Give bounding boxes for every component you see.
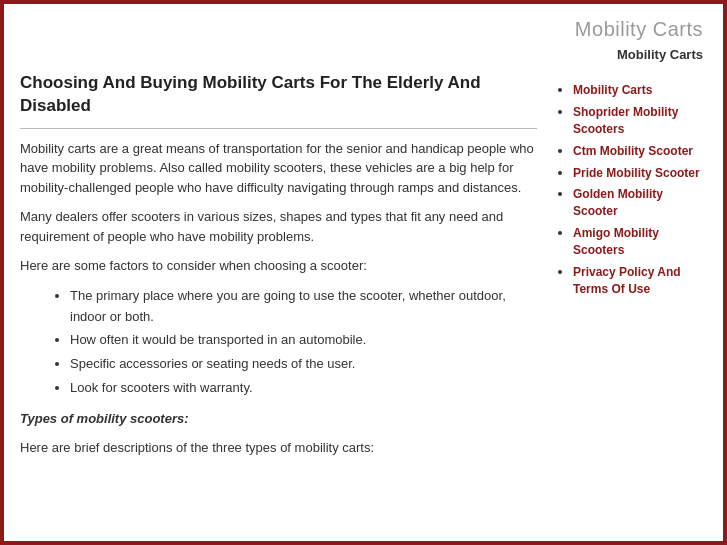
paragraph-3: Here are some factors to consider when c…: [20, 256, 537, 276]
sidebar-link[interactable]: Privacy Policy And Terms Of Use: [573, 265, 681, 296]
section-title: Types of mobility scooters:: [20, 409, 537, 429]
sidebar: Mobility Carts Shoprider Mobility Scoote…: [557, 72, 707, 468]
bullet-item: How often it would be transported in an …: [70, 330, 537, 351]
header-title: Mobility Carts: [575, 18, 703, 40]
sidebar-item-shoprider[interactable]: Shoprider Mobility Scooters: [573, 104, 707, 138]
sidebar-link[interactable]: Shoprider Mobility Scooters: [573, 105, 678, 136]
bullet-list: The primary place where you are going to…: [70, 286, 537, 399]
sidebar-item-pride[interactable]: Pride Mobility Scooter: [573, 165, 707, 182]
content-wrapper: Choosing And Buying Mobility Carts For T…: [4, 72, 723, 484]
closing-paragraph: Here are brief descriptions of the three…: [20, 438, 537, 458]
article-body: Mobility carts are a great means of tran…: [20, 139, 537, 458]
paragraph-2: Many dealers offer scooters in various s…: [20, 207, 537, 246]
bullet-item: The primary place where you are going to…: [70, 286, 537, 328]
sidebar-link[interactable]: Ctm Mobility Scooter: [573, 144, 693, 158]
subheader-title: Mobility Carts: [617, 47, 703, 62]
sidebar-link[interactable]: Pride Mobility Scooter: [573, 166, 700, 180]
sidebar-item-golden[interactable]: Golden Mobility Scooter: [573, 186, 707, 220]
sidebar-item-ctm[interactable]: Ctm Mobility Scooter: [573, 143, 707, 160]
divider: [20, 128, 537, 129]
sidebar-link[interactable]: Mobility Carts: [573, 83, 652, 97]
bullet-item: Specific accessories or seating needs of…: [70, 354, 537, 375]
bullet-item: Look for scooters with warranty.: [70, 378, 537, 399]
main-content: Choosing And Buying Mobility Carts For T…: [20, 72, 557, 468]
sidebar-item-mobility-carts[interactable]: Mobility Carts: [573, 82, 707, 99]
sidebar-item-amigo[interactable]: Amigo Mobility Scooters: [573, 225, 707, 259]
page-header: Mobility Carts: [4, 4, 723, 45]
sidebar-link[interactable]: Amigo Mobility Scooters: [573, 226, 659, 257]
sidebar-item-privacy[interactable]: Privacy Policy And Terms Of Use: [573, 264, 707, 298]
sidebar-link[interactable]: Golden Mobility Scooter: [573, 187, 663, 218]
page-subheader: Mobility Carts: [4, 45, 723, 72]
sidebar-nav: Mobility Carts Shoprider Mobility Scoote…: [557, 82, 707, 298]
article-title: Choosing And Buying Mobility Carts For T…: [20, 72, 537, 118]
paragraph-1: Mobility carts are a great means of tran…: [20, 139, 537, 198]
page-container: Mobility Carts Mobility Carts Choosing A…: [4, 4, 723, 484]
